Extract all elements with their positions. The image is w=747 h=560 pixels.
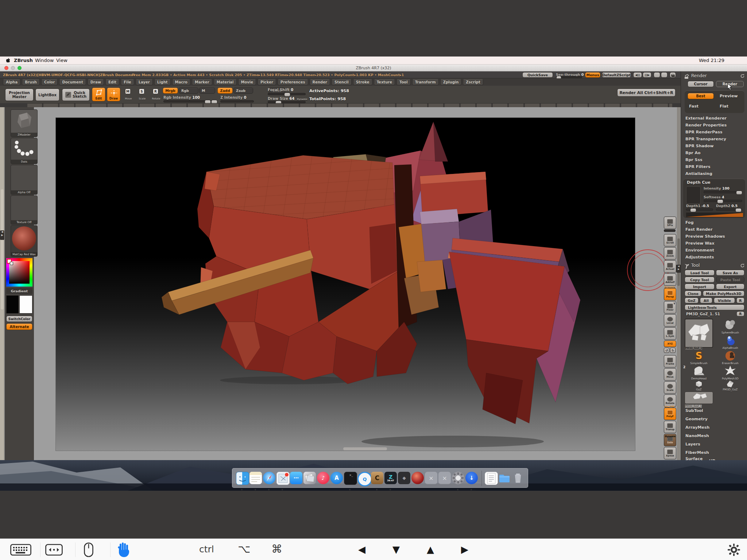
shelf-move-button[interactable]: Move <box>664 368 676 381</box>
scale-button[interactable]: S Scale <box>137 88 147 101</box>
lock-icon[interactable] <box>670 72 676 78</box>
depth-softness-slider[interactable] <box>704 200 742 202</box>
shelf-aahalf-button[interactable]: AAHalf <box>664 273 676 286</box>
dock-app-store[interactable]: A <box>330 472 343 484</box>
menu-light[interactable]: Light <box>154 79 171 85</box>
dock-zbrush[interactable]: Z26:47 <box>384 472 397 484</box>
keyboard-button[interactable] <box>10 544 31 556</box>
shelf-xpose-button[interactable]: Xpose <box>664 447 676 459</box>
subpalette-nanomesh[interactable]: NanoMesh <box>685 433 709 438</box>
shelf-polyf-button[interactable]: PolyF <box>664 408 676 420</box>
tool-item-pm3d-goz[interactable] <box>716 380 744 388</box>
zscript-button[interactable]: DefaultZScript <box>602 72 631 78</box>
menu-movie[interactable]: Movie <box>238 79 256 85</box>
shelf-lsym-button[interactable]: L.Sym <box>664 327 676 340</box>
copy-tool-button[interactable]: Copy Tool <box>685 277 715 283</box>
menu-material[interactable]: Material <box>214 79 237 85</box>
dock-messages[interactable]: … <box>290 472 302 484</box>
dock-safari[interactable] <box>263 472 275 484</box>
lightbox-button[interactable]: LightBox <box>35 89 59 101</box>
menu-stencil[interactable]: Stencil <box>332 79 352 85</box>
arrow-up-button[interactable]: ▲ <box>427 544 434 555</box>
all-button[interactable]: All <box>700 298 712 303</box>
item-fog[interactable]: Fog <box>685 220 694 225</box>
current-tool-name[interactable]: PM3D_GoZ_1. 51 <box>686 312 720 316</box>
item-render-properties[interactable]: Render Properties <box>685 123 727 128</box>
item-antialiasing[interactable]: Antialiasing <box>685 171 712 176</box>
menu-draw[interactable]: Draw <box>88 79 104 85</box>
arrow-down-button[interactable]: ▼ <box>392 544 400 555</box>
spin-right-button[interactable]: ↻ <box>670 348 676 353</box>
menu-preferences[interactable]: Preferences <box>278 79 308 85</box>
render-cursor-button[interactable]: Cursor <box>688 81 714 87</box>
tool-item-demohead[interactable] <box>685 365 713 377</box>
rgb-intensity-slider[interactable] <box>163 100 217 102</box>
settings-gear-button[interactable] <box>727 543 740 556</box>
shelf-actual-button[interactable]: Actual <box>664 260 676 273</box>
render-palette-title[interactable]: Render <box>691 73 707 78</box>
save-as-button[interactable]: Save As <box>716 270 744 276</box>
shelf-solo-button[interactable]: DynamicSolo <box>664 434 676 446</box>
paste-config-icon[interactable] <box>661 72 667 78</box>
menu-zplugin[interactable]: Zplugin <box>440 79 462 85</box>
draw-button[interactable]: Draw <box>107 88 120 101</box>
shelf-scale-button[interactable]: Scale <box>664 381 676 394</box>
mouse-mode-button[interactable] <box>84 542 93 557</box>
item-bpr-renderpass[interactable]: BPR RenderPass <box>685 130 723 135</box>
item-adjustments[interactable]: Adjustments <box>685 255 714 260</box>
main-color-swatch[interactable] <box>6 295 19 314</box>
item-bpr-shadow[interactable]: BPR Shadow <box>685 144 714 148</box>
spix-slider[interactable]: 3 <box>664 229 676 232</box>
hand-mode-button[interactable] <box>117 542 130 557</box>
arrow-left-button[interactable]: ◀ <box>358 544 365 555</box>
subpalette-geometry[interactable]: Geometry <box>685 417 708 421</box>
tool-item-spherebrush[interactable] <box>716 319 744 331</box>
rgb-button[interactable]: Rgb <box>179 88 198 94</box>
move-button[interactable]: M Move <box>123 88 133 101</box>
dock-ghost-app-2[interactable]: × <box>438 472 451 484</box>
make-polymesh-button[interactable]: Make PolyMesh3D <box>703 291 744 296</box>
shelf-spix-button[interactable]: SPix <box>664 217 676 229</box>
menu-picker[interactable]: Picker <box>258 79 276 85</box>
menu-transform[interactable]: Transform <box>412 79 439 85</box>
export-button[interactable]: Export <box>716 284 744 289</box>
item-environment[interactable]: Environment <box>685 248 714 253</box>
subpalette-surface[interactable]: Surface <box>685 456 703 460</box>
quicksave-button[interactable]: QuickSave <box>522 72 553 78</box>
menu-render[interactable]: Render <box>310 79 330 85</box>
dock-notes[interactable] <box>249 472 262 484</box>
alternate-button[interactable]: Alternate <box>6 323 32 330</box>
material-selector[interactable]: MatCap Red Wax <box>11 225 38 257</box>
dock-terminal[interactable]: >_ <box>344 472 357 485</box>
tool-item-goz[interactable] <box>685 380 713 388</box>
alpha-selector[interactable]: Alpha Off <box>11 165 38 195</box>
shelf-persp-button[interactable]: Persp <box>664 288 676 300</box>
load-tool-button[interactable]: Load Tool <box>685 270 715 276</box>
menu-color[interactable]: Color <box>41 79 58 85</box>
dock-mail[interactable] <box>276 472 290 485</box>
dock-cinema4d[interactable]: C <box>371 472 383 484</box>
dock-red-orb[interactable] <box>411 472 424 484</box>
menu-marker[interactable]: Marker <box>192 79 212 85</box>
subpalette-subtool[interactable]: SubTool <box>685 408 703 413</box>
depth2-slider[interactable] <box>716 209 742 211</box>
option-key-button[interactable]: ⌥ <box>238 542 251 555</box>
zadd-button[interactable]: Zadd <box>217 88 233 94</box>
canvas-hscroll[interactable] <box>343 447 387 450</box>
rotate-button[interactable]: R Rotate <box>151 88 161 101</box>
render-best-button[interactable]: Best <box>688 93 714 99</box>
dock-document[interactable] <box>485 472 498 485</box>
scroll-mode-button[interactable] <box>45 544 63 556</box>
render-flat-button[interactable]: Flat <box>720 104 728 109</box>
depth-cue-title[interactable]: Depth Cue <box>687 180 711 185</box>
item-preview-shadows[interactable]: Preview Shadows <box>685 234 725 239</box>
dock-downloads[interactable]: ↓ <box>465 472 478 484</box>
mrgb-button[interactable]: Mrgb <box>163 88 178 94</box>
shelf-xyz-button[interactable]: XYZ <box>664 341 676 347</box>
item-bpr-transparency[interactable]: BPR Transparency <box>685 137 726 141</box>
texture-selector[interactable]: Texture Off <box>11 195 38 225</box>
menus-button[interactable]: Menus <box>585 72 600 78</box>
visible-button[interactable]: Visible <box>714 298 735 303</box>
render-restore-icon[interactable] <box>740 74 745 78</box>
item-bpr-sss[interactable]: Bpr Sss <box>685 158 703 162</box>
